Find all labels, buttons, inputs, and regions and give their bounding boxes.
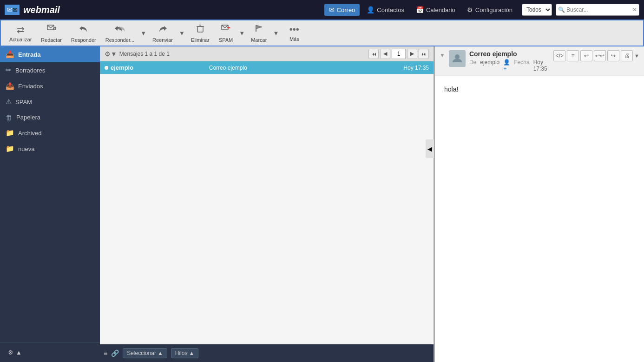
nav-item-contactos[interactable]: 👤 Contactos [362, 4, 409, 16]
spam-sidebar-icon: ⚠ [6, 98, 12, 106]
search-clear-icon[interactable]: ✕ [632, 7, 637, 13]
email-view-panel: ◀ ▼ Correo ejemplo De ejemplo 👤+ Fecha H… [435, 46, 644, 362]
configuracion-icon: ⚙ [467, 6, 473, 13]
thread-label: Hilos [175, 350, 188, 356]
reply-all-button[interactable]: ↩↩ [594, 50, 606, 61]
reply-button[interactable]: ↩ [580, 50, 592, 61]
sidebar-item-enviados[interactable]: 📤 Enviados [0, 78, 100, 94]
message-area: ⚙▼ Mensajes 1 a 1 de 1 ⏮ ◀ ▶ ⏭ ejemplo C… [100, 46, 435, 362]
toolbar-eliminar-button[interactable]: Eliminar [186, 21, 214, 45]
select-arrow-icon: ▲ [158, 350, 163, 356]
calendario-icon: 📅 [416, 6, 424, 13]
sidebar-item-borradores[interactable]: ✏ Borradores [0, 62, 100, 78]
sidebar-item-label-borradores: Borradores [15, 67, 45, 74]
page-last-button[interactable]: ⏭ [419, 49, 429, 59]
email-view-subject: Correo ejemplo [469, 50, 550, 58]
panel-collapse-handle[interactable]: ◀ [426, 139, 434, 158]
app-logo: ✉ webmail [5, 5, 60, 15]
top-nav-menu: ✉ Correo 👤 Contactos 📅 Calendario ⚙ Conf… [324, 4, 517, 16]
svg-rect-4 [197, 26, 203, 32]
email-view-actions: </> ≡ ↩ ↩↩ ↪ 🖨 ▼ [553, 50, 639, 61]
nav-item-configuracion[interactable]: ⚙ Configuración [462, 4, 517, 16]
sidebar-item-papelera[interactable]: 🗑 Papelera [0, 110, 100, 125]
page-first-button[interactable]: ⏮ [368, 49, 379, 59]
sidebar: 📥 Entrada ✏ Borradores 📤 Enviados ⚠ SPAM… [0, 46, 100, 362]
avatar [449, 50, 466, 67]
nav-item-correo[interactable]: ✉ Correo [324, 4, 360, 16]
sidebar-item-label-nueva: nueva [18, 145, 34, 152]
redactar-label: Redactar [41, 37, 62, 43]
nav-label-calendario: Calendario [426, 7, 455, 13]
enviados-icon: 📤 [6, 82, 14, 90]
spam-dropdown[interactable]: ▼ [237, 21, 246, 45]
responder-todos-label: Responder... [105, 37, 134, 43]
responder-todos-icon [114, 23, 126, 36]
gear-arrow-icon: ▲ [16, 349, 22, 356]
sidebar-item-label-spam: SPAM [15, 99, 32, 105]
table-row[interactable]: ejemplo Correo ejemplo Hoy 17:35 [100, 61, 434, 74]
email-actions-dropdown[interactable]: ▼ [634, 53, 639, 59]
forward-icon: ↪ [611, 53, 616, 59]
reply-all-icon: ↩↩ [595, 53, 605, 59]
sidebar-spacer [0, 157, 100, 342]
forward-button[interactable]: ↪ [607, 50, 619, 61]
logo-icon: ✉ [5, 5, 20, 15]
email-sender: ejemplo [111, 64, 207, 71]
thread-dropdown-button[interactable]: Hilos ▲ [171, 348, 199, 358]
message-count-text: Mensajes 1 a 1 de 1 [119, 51, 170, 57]
nav-item-calendario[interactable]: 📅 Calendario [411, 4, 460, 16]
toolbar-marcar-button[interactable]: Marcar [246, 21, 271, 45]
list-icon: ≡ [572, 53, 575, 59]
redactar-icon [46, 23, 57, 36]
toolbar-responder-button[interactable]: Responder [66, 21, 101, 45]
toolbar-redactar-button[interactable]: Redactar [36, 21, 66, 45]
thread-view-icon[interactable]: 🔗 [111, 349, 119, 357]
reenviar-icon [158, 23, 168, 36]
search-filter-select[interactable]: Todos [522, 4, 552, 16]
toolbar-responder-todos-wrap: Responder... ▼ [101, 21, 148, 45]
toolbar-reenviar-button[interactable]: Reenviar [148, 21, 177, 45]
search-input-wrap: 🔍 ✕ [556, 4, 639, 16]
select-dropdown-button[interactable]: Seleccionar ▲ [123, 348, 167, 358]
select-label: Seleccionar [127, 350, 156, 356]
print-icon: 🖨 [624, 53, 630, 59]
responder-todos-dropdown[interactable]: ▼ [139, 21, 148, 45]
message-list-gear-icon[interactable]: ⚙▼ [105, 50, 117, 58]
marcar-dropdown[interactable]: ▼ [271, 21, 280, 45]
search-input[interactable] [556, 4, 639, 16]
page-next-button[interactable]: ▶ [407, 49, 417, 59]
toolbar-responder-todos-button[interactable]: Responder... [101, 21, 139, 45]
toolbar-spam-button[interactable]: SPAM [214, 21, 237, 45]
page-number-input[interactable] [392, 49, 406, 59]
sidebar-gear-button[interactable]: ⚙ ▲ [6, 347, 94, 358]
email-time: Hoy 17:35 [403, 65, 429, 71]
toolbar-mas-button[interactable]: ••• Más [280, 22, 308, 44]
eliminar-label: Eliminar [191, 37, 210, 43]
toolbar-reenviar-wrap: Reenviar ▼ [148, 21, 186, 45]
mas-label: Más [289, 36, 299, 42]
logo-text: webmail [23, 5, 60, 15]
sidebar-item-entrada[interactable]: 📥 Entrada [0, 46, 100, 62]
papelera-icon: 🗑 [6, 113, 13, 121]
email-view-meta: De ejemplo 👤+ Fecha Hoy 17:35 [469, 59, 550, 72]
email-body-text: hola! [444, 86, 458, 93]
list-view-icon[interactable]: ≡ [104, 349, 107, 357]
view-source-button[interactable]: </> [553, 50, 565, 61]
actualizar-icon: ⇄ [17, 24, 25, 35]
toolbar-actualizar-button[interactable]: ⇄ Actualizar [5, 22, 36, 44]
eliminar-icon [195, 23, 205, 36]
sidebar-item-nueva[interactable]: 📁 nueva [0, 141, 100, 157]
reply-icon: ↩ [584, 53, 589, 59]
sidebar-item-spam[interactable]: ⚠ SPAM [0, 94, 100, 110]
contactos-icon: 👤 [367, 6, 375, 13]
email-view-expand-icon[interactable]: ▼ [440, 52, 445, 59]
sidebar-item-archived[interactable]: 📁 Archived [0, 125, 100, 141]
reenviar-label: Reenviar [152, 37, 173, 43]
page-prev-button[interactable]: ◀ [380, 49, 390, 59]
view-list-button[interactable]: ≡ [567, 50, 579, 61]
add-contact-icon[interactable]: 👤+ [503, 59, 510, 72]
email-header-info: ▼ Correo ejemplo De ejemplo 👤+ Fecha Hoy… [440, 50, 550, 72]
reenviar-dropdown[interactable]: ▼ [177, 21, 186, 45]
email-subject: Correo ejemplo [209, 65, 401, 71]
print-button[interactable]: 🖨 [621, 50, 633, 61]
